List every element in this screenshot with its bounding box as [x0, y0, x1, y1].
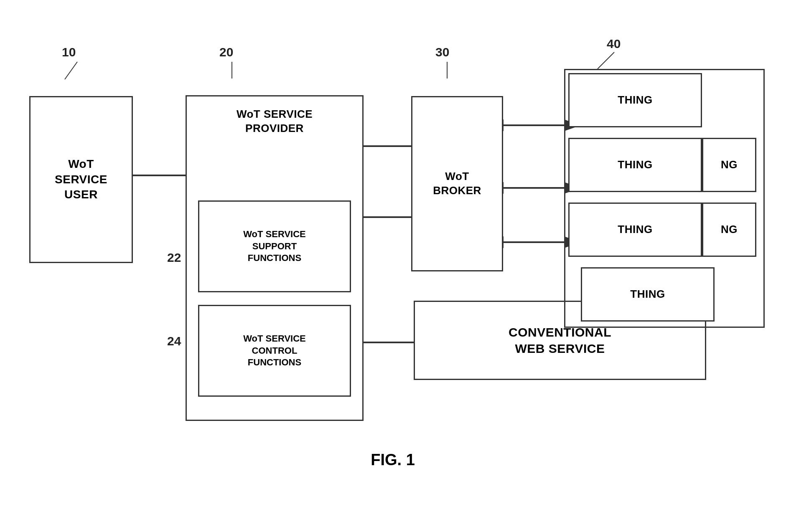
wot-service-provider-label: WoT SERVICE PROVIDER — [194, 107, 355, 136]
wot-service-control-box: WoT SERVICE CONTROL FUNCTIONS — [198, 305, 351, 397]
ref-20: 20 — [219, 45, 233, 59]
wot-service-user-box: WoT SERVICE USER — [29, 96, 133, 263]
ref-30: 30 — [435, 45, 449, 59]
thing3-label: THING — [618, 223, 652, 237]
wot-service-support-label: WoT SERVICE SUPPORT FUNCTIONS — [243, 228, 306, 264]
thing-ng2-label: NG — [721, 223, 738, 237]
thing-ng1-label: NG — [721, 158, 738, 172]
svg-line-3 — [598, 52, 614, 69]
wot-service-user-label: WoT SERVICE USER — [55, 157, 107, 202]
svg-line-0 — [65, 62, 77, 79]
ref-40: 40 — [607, 37, 621, 51]
thing2-label: THING — [618, 158, 652, 172]
fig-label: FIG. 1 — [351, 451, 435, 469]
wot-broker-label: WoT BROKER — [433, 170, 481, 198]
wot-service-support-box: WoT SERVICE SUPPORT FUNCTIONS — [198, 200, 351, 292]
ref-10: 10 — [62, 45, 76, 59]
thing-ng2-box: NG — [702, 203, 756, 257]
diagram: 10 20 30 40 22 24 WoT SERVICE USER WoT S… — [0, 0, 786, 532]
wot-service-control-label: WoT SERVICE CONTROL FUNCTIONS — [243, 333, 306, 369]
wot-broker-box: WoT BROKER — [411, 96, 503, 271]
ref-22: 22 — [167, 251, 181, 265]
conventional-web-label: CONVENTIONAL WEB SERVICE — [509, 324, 611, 357]
thing4-label: THING — [630, 287, 665, 301]
thing2-box: THING — [568, 138, 702, 192]
ref-24: 24 — [167, 334, 181, 348]
thing-ng1-box: NG — [702, 138, 756, 192]
thing1-label: THING — [618, 93, 652, 107]
thing4-box: THING — [581, 267, 715, 322]
thing1-box: THING — [568, 73, 702, 127]
thing3-box: THING — [568, 203, 702, 257]
